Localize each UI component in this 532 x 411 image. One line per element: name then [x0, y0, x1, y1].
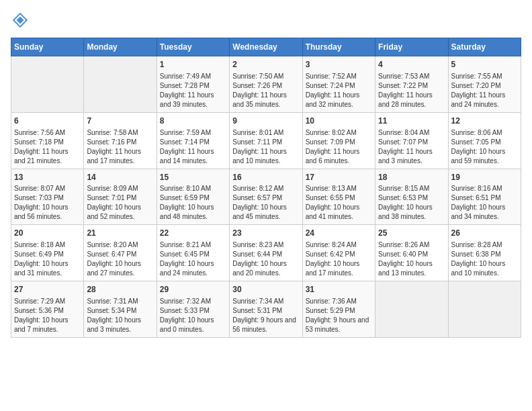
- day-number: 6: [14, 116, 81, 127]
- day-info: Daylight: 10 hours and 41 minutes.: [306, 203, 372, 222]
- day-info: Sunrise: 7:50 AM: [232, 72, 299, 81]
- logo: [11, 11, 32, 30]
- week-row-3: 13Sunrise: 8:07 AMSunset: 7:03 PMDayligh…: [11, 169, 521, 225]
- day-info: Sunset: 7:18 PM: [14, 138, 81, 147]
- day-cell: 9Sunrise: 8:01 AMSunset: 7:11 PMDaylight…: [230, 112, 302, 169]
- day-info: Sunset: 6:57 PM: [232, 193, 299, 203]
- day-info: Sunset: 6:38 PM: [451, 250, 518, 259]
- day-info: Sunrise: 7:53 AM: [378, 72, 445, 81]
- day-cell: 8Sunrise: 7:59 AMSunset: 7:14 PMDaylight…: [157, 112, 229, 169]
- calendar-body: 1Sunrise: 7:49 AMSunset: 7:28 PMDaylight…: [11, 56, 521, 338]
- day-info: Sunrise: 8:18 AM: [14, 240, 81, 250]
- day-info: Daylight: 11 hours and 6 minutes.: [306, 147, 372, 166]
- day-info: Sunrise: 8:23 AM: [232, 240, 299, 250]
- day-cell: 2Sunrise: 7:50 AMSunset: 7:26 PMDaylight…: [230, 56, 302, 113]
- day-info: Sunset: 7:09 PM: [306, 138, 372, 147]
- day-cell: 26Sunrise: 8:28 AMSunset: 6:38 PMDayligh…: [448, 225, 521, 281]
- day-number: 8: [160, 116, 226, 127]
- day-number: 16: [232, 172, 299, 183]
- day-info: Sunrise: 8:12 AM: [232, 184, 299, 193]
- day-number: 29: [160, 284, 226, 295]
- day-info: Sunset: 7:03 PM: [14, 193, 81, 203]
- header-cell-tuesday: Tuesday: [157, 38, 229, 56]
- day-cell: 22Sunrise: 8:21 AMSunset: 6:45 PMDayligh…: [157, 225, 229, 281]
- day-info: Daylight: 11 hours and 21 minutes.: [14, 147, 81, 166]
- day-info: Daylight: 11 hours and 35 minutes.: [232, 91, 299, 109]
- day-number: 28: [87, 284, 153, 295]
- day-info: Sunrise: 8:01 AM: [232, 128, 299, 138]
- day-cell: 27Sunrise: 7:29 AMSunset: 5:36 PMDayligh…: [11, 281, 84, 338]
- day-cell: 10Sunrise: 8:02 AMSunset: 7:09 PMDayligh…: [302, 112, 375, 169]
- day-info: Sunrise: 7:49 AM: [160, 72, 226, 81]
- day-cell: 6Sunrise: 7:56 AMSunset: 7:18 PMDaylight…: [11, 112, 84, 169]
- day-number: 1: [160, 59, 226, 71]
- day-info: Sunrise: 8:04 AM: [378, 128, 445, 138]
- day-info: Sunset: 7:22 PM: [378, 81, 445, 91]
- day-info: Daylight: 10 hours and 17 minutes.: [306, 259, 372, 278]
- day-info: Sunset: 5:36 PM: [14, 306, 81, 316]
- day-info: Daylight: 10 hours and 27 minutes.: [87, 259, 153, 278]
- day-info: Sunset: 6:42 PM: [306, 250, 372, 259]
- day-number: 12: [451, 116, 518, 127]
- day-number: 13: [14, 172, 81, 183]
- day-info: Sunrise: 7:55 AM: [451, 72, 518, 81]
- day-cell: 5Sunrise: 7:55 AMSunset: 7:20 PMDaylight…: [448, 56, 521, 113]
- day-cell: 19Sunrise: 8:16 AMSunset: 6:51 PMDayligh…: [448, 169, 521, 225]
- page-header: [11, 11, 521, 30]
- day-info: Daylight: 10 hours and 48 minutes.: [160, 203, 226, 222]
- day-info: Sunrise: 8:10 AM: [160, 184, 226, 193]
- week-row-4: 20Sunrise: 8:18 AMSunset: 6:49 PMDayligh…: [11, 225, 521, 281]
- day-info: Sunset: 6:59 PM: [160, 193, 226, 203]
- day-cell: 25Sunrise: 8:26 AMSunset: 6:40 PMDayligh…: [375, 225, 448, 281]
- day-info: Sunrise: 8:13 AM: [306, 184, 372, 193]
- week-row-2: 6Sunrise: 7:56 AMSunset: 7:18 PMDaylight…: [11, 112, 521, 169]
- day-number: 17: [306, 172, 372, 183]
- day-info: Sunset: 6:40 PM: [378, 250, 445, 259]
- day-info: Sunset: 7:05 PM: [451, 138, 518, 147]
- day-cell: [375, 281, 448, 338]
- day-info: Daylight: 10 hours and 0 minutes.: [160, 316, 226, 334]
- day-cell: 21Sunrise: 8:20 AMSunset: 6:47 PMDayligh…: [84, 225, 157, 281]
- day-info: Daylight: 10 hours and 38 minutes.: [378, 203, 445, 222]
- day-cell: 16Sunrise: 8:12 AMSunset: 6:57 PMDayligh…: [230, 169, 302, 225]
- day-info: Daylight: 10 hours and 7 minutes.: [14, 316, 81, 334]
- day-info: Daylight: 10 hours and 10 minutes.: [451, 259, 518, 278]
- day-info: Sunset: 5:29 PM: [306, 306, 372, 316]
- day-info: Sunset: 7:01 PM: [87, 193, 153, 203]
- day-number: 25: [378, 228, 445, 239]
- day-cell: 11Sunrise: 8:04 AMSunset: 7:07 PMDayligh…: [375, 112, 448, 169]
- day-cell: 29Sunrise: 7:32 AMSunset: 5:33 PMDayligh…: [157, 281, 229, 338]
- day-number: 10: [306, 116, 372, 127]
- day-cell: 31Sunrise: 7:36 AMSunset: 5:29 PMDayligh…: [302, 281, 375, 338]
- day-info: Daylight: 10 hours and 52 minutes.: [87, 203, 153, 222]
- day-cell: 7Sunrise: 7:58 AMSunset: 7:16 PMDaylight…: [84, 112, 157, 169]
- day-number: 3: [306, 59, 372, 71]
- day-info: Sunrise: 7:56 AM: [14, 128, 81, 138]
- day-cell: 4Sunrise: 7:53 AMSunset: 7:22 PMDaylight…: [375, 56, 448, 113]
- day-number: 19: [451, 172, 518, 183]
- day-cell: 24Sunrise: 8:24 AMSunset: 6:42 PMDayligh…: [302, 225, 375, 281]
- day-info: Sunset: 6:53 PM: [378, 193, 445, 203]
- day-info: Sunset: 7:26 PM: [232, 81, 299, 91]
- day-info: Sunset: 6:49 PM: [14, 250, 81, 259]
- day-number: 20: [14, 228, 81, 239]
- day-number: 4: [378, 59, 445, 71]
- week-row-5: 27Sunrise: 7:29 AMSunset: 5:36 PMDayligh…: [11, 281, 521, 338]
- day-number: 27: [14, 284, 81, 295]
- week-row-1: 1Sunrise: 7:49 AMSunset: 7:28 PMDaylight…: [11, 56, 521, 113]
- calendar-header: SundayMondayTuesdayWednesdayThursdayFrid…: [11, 38, 521, 56]
- day-info: Daylight: 11 hours and 39 minutes.: [160, 91, 226, 109]
- header-cell-wednesday: Wednesday: [230, 38, 302, 56]
- day-info: Sunset: 6:55 PM: [306, 193, 372, 203]
- day-info: Sunrise: 7:32 AM: [160, 297, 226, 306]
- day-info: Sunset: 7:07 PM: [378, 138, 445, 147]
- header-cell-saturday: Saturday: [448, 38, 521, 56]
- day-number: 26: [451, 228, 518, 239]
- header-row: SundayMondayTuesdayWednesdayThursdayFrid…: [11, 38, 521, 56]
- day-info: Sunrise: 7:29 AM: [14, 297, 81, 306]
- day-number: 11: [378, 116, 445, 127]
- day-info: Daylight: 10 hours and 59 minutes.: [451, 147, 518, 166]
- day-cell: [448, 281, 521, 338]
- day-number: 30: [232, 284, 299, 295]
- day-info: Daylight: 10 hours and 34 minutes.: [451, 203, 518, 222]
